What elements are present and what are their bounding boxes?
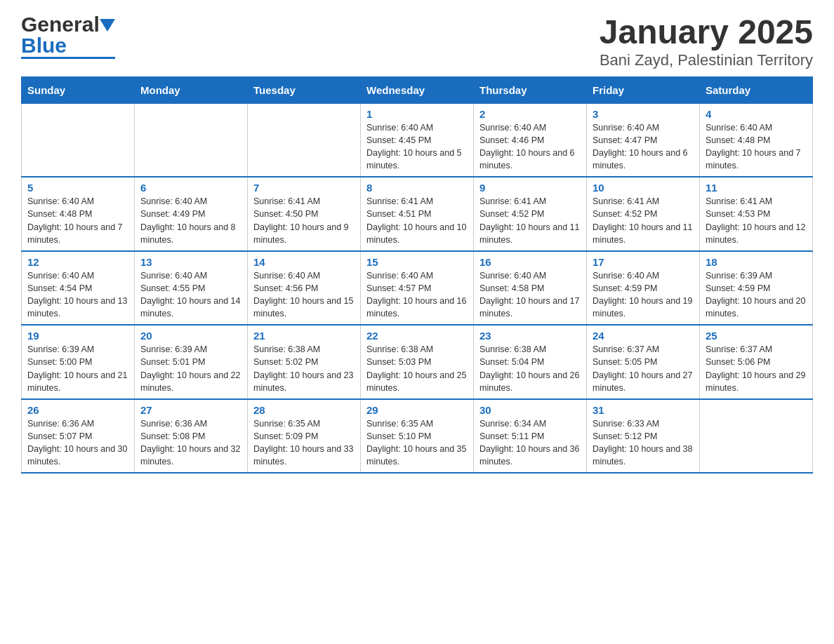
logo-triangle-icon xyxy=(100,19,115,34)
day-info: Sunrise: 6:40 AMSunset: 4:56 PMDaylight:… xyxy=(253,271,353,318)
calendar-cell: 12Sunrise: 6:40 AMSunset: 4:54 PMDayligh… xyxy=(22,251,135,326)
day-number: 15 xyxy=(366,256,468,268)
calendar-cell: 14Sunrise: 6:40 AMSunset: 4:56 PMDayligh… xyxy=(248,251,361,326)
day-info: Sunrise: 6:40 AMSunset: 4:48 PMDaylight:… xyxy=(27,196,123,244)
calendar-header-tuesday: Tuesday xyxy=(248,76,361,103)
calendar-cell: 29Sunrise: 6:35 AMSunset: 5:10 PMDayligh… xyxy=(361,399,474,474)
svg-marker-0 xyxy=(100,19,115,32)
calendar-cell: 20Sunrise: 6:39 AMSunset: 5:01 PMDayligh… xyxy=(135,325,248,399)
day-number: 6 xyxy=(140,182,241,194)
day-number: 1 xyxy=(366,108,468,120)
day-number: 12 xyxy=(27,256,128,268)
day-number: 4 xyxy=(706,108,807,120)
calendar-cell: 15Sunrise: 6:40 AMSunset: 4:57 PMDayligh… xyxy=(361,251,474,326)
day-number: 26 xyxy=(27,404,128,416)
day-number: 29 xyxy=(366,404,468,416)
page-header: General Blue January 2025 Bani Zayd, Pal… xyxy=(21,14,813,69)
day-info: Sunrise: 6:40 AMSunset: 4:49 PMDaylight:… xyxy=(140,196,236,244)
calendar-week-row: 26Sunrise: 6:36 AMSunset: 5:07 PMDayligh… xyxy=(22,399,813,474)
day-info: Sunrise: 6:38 AMSunset: 5:04 PMDaylight:… xyxy=(479,344,579,392)
day-info: Sunrise: 6:34 AMSunset: 5:11 PMDaylight:… xyxy=(479,419,579,467)
calendar-week-row: 5Sunrise: 6:40 AMSunset: 4:48 PMDaylight… xyxy=(22,177,813,251)
day-number: 13 xyxy=(140,256,241,268)
calendar-week-row: 1Sunrise: 6:40 AMSunset: 4:45 PMDaylight… xyxy=(22,103,813,177)
day-info: Sunrise: 6:39 AMSunset: 5:00 PMDaylight:… xyxy=(27,344,127,392)
day-number: 30 xyxy=(479,404,581,416)
day-info: Sunrise: 6:40 AMSunset: 4:47 PMDaylight:… xyxy=(593,123,688,170)
calendar-header-saturday: Saturday xyxy=(700,76,813,103)
day-number: 19 xyxy=(27,330,128,342)
day-number: 8 xyxy=(366,182,468,194)
calendar-cell: 4Sunrise: 6:40 AMSunset: 4:48 PMDaylight… xyxy=(700,103,813,177)
day-info: Sunrise: 6:40 AMSunset: 4:59 PMDaylight:… xyxy=(593,271,692,318)
day-number: 3 xyxy=(593,108,694,120)
calendar-cell: 25Sunrise: 6:37 AMSunset: 5:06 PMDayligh… xyxy=(700,325,813,399)
day-info: Sunrise: 6:40 AMSunset: 4:55 PMDaylight:… xyxy=(140,271,240,318)
day-info: Sunrise: 6:37 AMSunset: 5:06 PMDaylight:… xyxy=(706,344,805,392)
day-info: Sunrise: 6:38 AMSunset: 5:03 PMDaylight:… xyxy=(366,344,466,392)
calendar-cell: 9Sunrise: 6:41 AMSunset: 4:52 PMDaylight… xyxy=(474,177,587,251)
calendar-cell: 26Sunrise: 6:36 AMSunset: 5:07 PMDayligh… xyxy=(22,399,135,474)
calendar-cell: 6Sunrise: 6:40 AMSunset: 4:49 PMDaylight… xyxy=(135,177,248,251)
calendar-cell: 13Sunrise: 6:40 AMSunset: 4:55 PMDayligh… xyxy=(135,251,248,326)
day-number: 28 xyxy=(253,404,355,416)
calendar-cell: 24Sunrise: 6:37 AMSunset: 5:05 PMDayligh… xyxy=(587,325,700,399)
calendar-header-friday: Friday xyxy=(587,76,700,103)
title-block: January 2025 Bani Zayd, Palestinian Terr… xyxy=(600,14,813,69)
logo-underline xyxy=(21,57,115,59)
calendar-cell: 27Sunrise: 6:36 AMSunset: 5:08 PMDayligh… xyxy=(135,399,248,474)
day-info: Sunrise: 6:39 AMSunset: 4:59 PMDaylight:… xyxy=(706,271,805,318)
calendar-header-sunday: Sunday xyxy=(22,76,135,103)
day-number: 16 xyxy=(479,256,581,268)
calendar-cell: 7Sunrise: 6:41 AMSunset: 4:50 PMDaylight… xyxy=(248,177,361,251)
day-info: Sunrise: 6:41 AMSunset: 4:50 PMDaylight:… xyxy=(253,196,349,244)
day-info: Sunrise: 6:36 AMSunset: 5:07 PMDaylight:… xyxy=(27,419,127,467)
calendar-header-thursday: Thursday xyxy=(474,76,587,103)
day-number: 25 xyxy=(706,330,807,342)
calendar-cell: 17Sunrise: 6:40 AMSunset: 4:59 PMDayligh… xyxy=(587,251,700,326)
day-number: 5 xyxy=(27,182,128,194)
day-info: Sunrise: 6:40 AMSunset: 4:48 PMDaylight:… xyxy=(706,123,801,170)
calendar-cell: 28Sunrise: 6:35 AMSunset: 5:09 PMDayligh… xyxy=(248,399,361,474)
day-info: Sunrise: 6:39 AMSunset: 5:01 PMDaylight:… xyxy=(140,344,240,392)
calendar-cell: 23Sunrise: 6:38 AMSunset: 5:04 PMDayligh… xyxy=(474,325,587,399)
day-number: 24 xyxy=(593,330,694,342)
calendar-table: SundayMondayTuesdayWednesdayThursdayFrid… xyxy=(21,76,813,474)
logo-general-text: General xyxy=(21,14,100,35)
calendar-header-wednesday: Wednesday xyxy=(361,76,474,103)
calendar-cell: 10Sunrise: 6:41 AMSunset: 4:52 PMDayligh… xyxy=(587,177,700,251)
page-subtitle: Bani Zayd, Palestinian Territory xyxy=(600,51,813,69)
calendar-cell: 30Sunrise: 6:34 AMSunset: 5:11 PMDayligh… xyxy=(474,399,587,474)
day-number: 17 xyxy=(593,256,694,268)
calendar-cell xyxy=(22,103,135,177)
day-info: Sunrise: 6:41 AMSunset: 4:53 PMDaylight:… xyxy=(706,196,805,244)
day-number: 27 xyxy=(140,404,241,416)
day-info: Sunrise: 6:35 AMSunset: 5:09 PMDaylight:… xyxy=(253,419,353,467)
calendar-cell: 18Sunrise: 6:39 AMSunset: 4:59 PMDayligh… xyxy=(700,251,813,326)
calendar-cell: 11Sunrise: 6:41 AMSunset: 4:53 PMDayligh… xyxy=(700,177,813,251)
calendar-cell xyxy=(700,399,813,474)
calendar-cell: 16Sunrise: 6:40 AMSunset: 4:58 PMDayligh… xyxy=(474,251,587,326)
day-info: Sunrise: 6:35 AMSunset: 5:10 PMDaylight:… xyxy=(366,419,466,467)
calendar-cell: 2Sunrise: 6:40 AMSunset: 4:46 PMDaylight… xyxy=(474,103,587,177)
day-info: Sunrise: 6:38 AMSunset: 5:02 PMDaylight:… xyxy=(253,344,353,392)
day-number: 23 xyxy=(479,330,581,342)
day-number: 11 xyxy=(706,182,807,194)
day-info: Sunrise: 6:40 AMSunset: 4:46 PMDaylight:… xyxy=(479,123,575,170)
day-number: 20 xyxy=(140,330,241,342)
day-number: 9 xyxy=(479,182,581,194)
day-info: Sunrise: 6:41 AMSunset: 4:52 PMDaylight:… xyxy=(593,196,692,244)
day-number: 14 xyxy=(253,256,355,268)
day-info: Sunrise: 6:40 AMSunset: 4:57 PMDaylight:… xyxy=(366,271,466,318)
logo: General Blue xyxy=(21,14,115,59)
day-number: 21 xyxy=(253,330,355,342)
day-info: Sunrise: 6:33 AMSunset: 5:12 PMDaylight:… xyxy=(593,419,692,467)
calendar-header-row: SundayMondayTuesdayWednesdayThursdayFrid… xyxy=(22,76,813,103)
calendar-week-row: 12Sunrise: 6:40 AMSunset: 4:54 PMDayligh… xyxy=(22,251,813,326)
day-number: 22 xyxy=(366,330,468,342)
day-info: Sunrise: 6:40 AMSunset: 4:45 PMDaylight:… xyxy=(366,123,462,170)
day-info: Sunrise: 6:36 AMSunset: 5:08 PMDaylight:… xyxy=(140,419,240,467)
calendar-cell: 8Sunrise: 6:41 AMSunset: 4:51 PMDaylight… xyxy=(361,177,474,251)
day-number: 7 xyxy=(253,182,355,194)
day-info: Sunrise: 6:41 AMSunset: 4:52 PMDaylight:… xyxy=(479,196,579,244)
